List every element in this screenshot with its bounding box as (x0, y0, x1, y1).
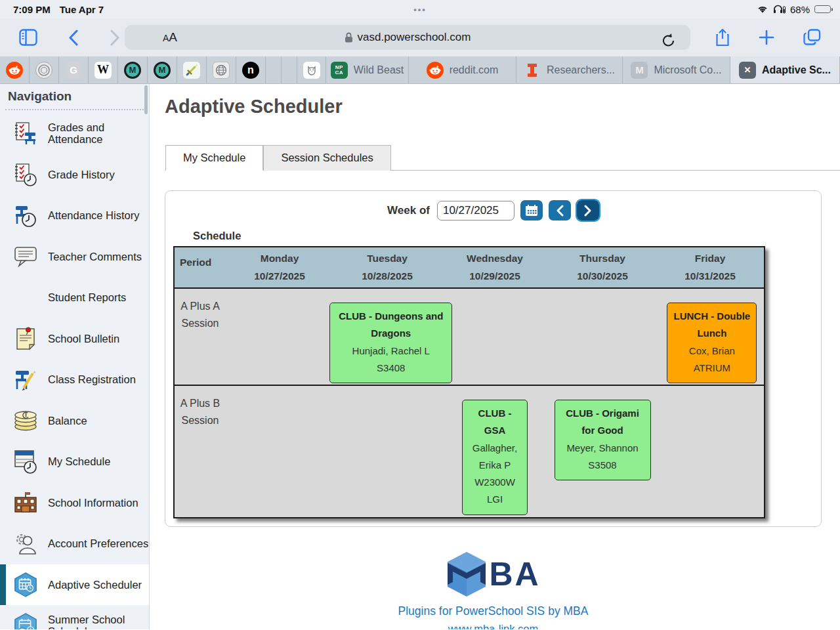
sidebar-item-label: Balance (48, 415, 87, 427)
sidebar-item-summer-school[interactable]: Summer School Schedule (0, 605, 149, 629)
event-card-gsa[interactable]: CLUB - GSA Gallagher, Erika P W2300W LGI (462, 400, 528, 515)
sidebar-item-label: Adaptive Scheduler (48, 579, 142, 591)
back-button[interactable] (62, 26, 84, 49)
sidebar-item-student-reports[interactable]: Student Reports (0, 277, 149, 318)
sidebar-item-school-information[interactable]: School Information (0, 482, 149, 524)
tab-my-schedule[interactable]: My Schedule (165, 145, 263, 171)
sidebar-item-label: Grade History (48, 169, 115, 180)
tab-wild-beast[interactable]: NPCA Wild Beast (326, 56, 409, 83)
adaptive-scheduler-icon (13, 572, 38, 597)
next-week-button[interactable] (577, 200, 599, 220)
sidebar-item-grade-history[interactable]: Grade History (0, 154, 149, 196)
event-card-double-lunch[interactable]: LUNCH - Double Lunch Cox, Brian ATRIUM (667, 303, 757, 383)
calendar-icon (525, 204, 538, 217)
cell-monday (226, 289, 329, 385)
reload-button[interactable] (658, 30, 680, 52)
sidebar-item-grades-attendance[interactable]: Grades and Attendance (0, 113, 149, 154)
close-icon[interactable]: ✕ (739, 62, 756, 79)
globe-icon (213, 62, 230, 79)
sidebar-item-label: Student Reports (48, 291, 126, 303)
school-information-icon (13, 490, 38, 515)
g-icon: G (65, 62, 82, 79)
sidebar-item-attendance-history[interactable]: Attendance History (0, 195, 149, 236)
cell-friday: LUNCH - Double Lunch Cox, Brian ATRIUM (660, 289, 764, 385)
sidebar-item-label: Grades and Attendance (48, 121, 149, 145)
column-header-tuesday: Tuesday 10/28/2025 (333, 250, 441, 285)
school-bulletin-icon (13, 326, 38, 351)
my-schedule-icon (13, 449, 38, 474)
pinned-tab-crest-1[interactable]: M (118, 56, 148, 83)
pinned-tab-empty (282, 56, 297, 83)
schedule-tabs: My Schedule Session Schedules (165, 145, 840, 171)
sidebar-item-label: Attendance History (48, 209, 139, 221)
sidebar-item-teacher-comments[interactable]: Teacher Comments (0, 236, 149, 278)
schedule-caption: Schedule (193, 230, 821, 242)
event-card-dungeons-dragons[interactable]: CLUB - Dungeons and Dragons Hunjadi, Rac… (329, 303, 452, 383)
sidebar-item-label: My Schedule (48, 455, 110, 467)
calendar-picker-button[interactable] (520, 200, 543, 220)
week-of-label: Week of (387, 204, 430, 217)
week-of-input[interactable] (437, 201, 514, 220)
tab-session-schedules[interactable]: Session Schedules (263, 145, 390, 171)
schedule-table: Period Monday 10/27/2025 Tuesday 10/28/2… (173, 246, 765, 518)
sidebar-item-school-bulletin[interactable]: School Bulletin (0, 318, 149, 360)
mba-site-link[interactable]: www.mba-link.com (165, 623, 822, 629)
cell-tuesday (333, 386, 441, 517)
status-bar: 7:09 PM Tue Apr 7 ••• 68% (0, 0, 840, 18)
page-settings-button[interactable]: AA (163, 30, 177, 45)
new-tab-icon[interactable] (755, 26, 778, 49)
chevron-left-icon (556, 205, 564, 217)
tab-reddit[interactable]: reddit.com (409, 56, 516, 83)
pinned-tab-zelda[interactable] (177, 56, 207, 83)
sidebar-item-account-preferences[interactable]: Account Preferences (0, 523, 149, 564)
week-controls: Week of (165, 200, 821, 220)
tab-label: Wild Beast (354, 64, 404, 76)
illinois-icon (524, 62, 541, 79)
sidebar-item-label: Class Registration (48, 373, 136, 385)
table-header-row: Period Monday 10/27/2025 Tuesday 10/28/2… (175, 247, 764, 289)
class-registration-icon (13, 367, 38, 392)
page-title: Adaptive Scheduler (165, 96, 840, 117)
tabs-overview-icon[interactable] (801, 26, 823, 49)
headphones-icon (773, 5, 786, 14)
tab-microsoft[interactable]: M Microsoft Co... (623, 56, 730, 83)
sidebar-item-balance[interactable]: Balance (0, 400, 149, 442)
pinned-tab-crest-2[interactable]: M (148, 56, 177, 83)
sidebar-item-class-registration[interactable]: Class Registration (0, 359, 149, 400)
mba-cube-logo (446, 551, 488, 598)
tab-adaptive-scheduler[interactable]: ✕ Adaptive Sc... (730, 56, 840, 83)
forward-button[interactable] (104, 26, 126, 49)
chevron-right-icon (584, 205, 592, 217)
tab-researchers[interactable]: Researchers... (516, 56, 623, 83)
cell-thursday: CLUB - Origami for Good Meyer, Shannon S… (549, 386, 656, 517)
sidebar-item-my-schedule[interactable]: My Schedule (0, 441, 149, 482)
tab-owl[interactable] (297, 56, 326, 83)
pinned-tab-n[interactable]: n (236, 56, 266, 83)
reddit-icon (427, 62, 444, 79)
pinned-tab-empty (266, 56, 282, 83)
divider (5, 109, 144, 110)
share-icon[interactable] (711, 26, 734, 49)
column-header-period: Period (175, 254, 226, 271)
previous-week-button[interactable] (549, 200, 571, 220)
teacher-comments-icon (13, 244, 38, 269)
address-bar[interactable]: AA vasd.powerschool.com (125, 25, 690, 50)
mba-tagline-link[interactable]: Plugins for PowerSchool SIS by MBA (165, 604, 822, 618)
cell-tuesday: CLUB - Dungeons and Dragons Hunjadi, Rac… (329, 289, 452, 385)
tab-label: reddit.com (450, 64, 499, 76)
column-header-thursday: Thursday 10/30/2025 (549, 250, 656, 285)
pinned-tab-reddit[interactable] (0, 56, 30, 83)
tab-label: Researchers... (547, 64, 615, 76)
sidebar-toggle-icon[interactable] (17, 26, 39, 49)
sidebar-item-adaptive-scheduler[interactable]: Adaptive Scheduler (0, 564, 149, 606)
mba-logo-text: BA (489, 558, 540, 591)
pinned-tab-seal[interactable] (30, 56, 59, 83)
sidebar-scrollbar[interactable] (144, 85, 148, 114)
event-card-origami[interactable]: CLUB - Origami for Good Meyer, Shannon S… (555, 400, 651, 480)
pinned-tab-globe[interactable] (207, 56, 236, 83)
pinned-tab-g[interactable]: G (59, 56, 89, 83)
pinned-tab-wikipedia[interactable]: W (89, 56, 118, 83)
seal-icon (35, 62, 52, 79)
owl-icon (303, 62, 320, 79)
navigation-sidebar: Navigation Grades and Attendance Grade H… (0, 84, 150, 629)
